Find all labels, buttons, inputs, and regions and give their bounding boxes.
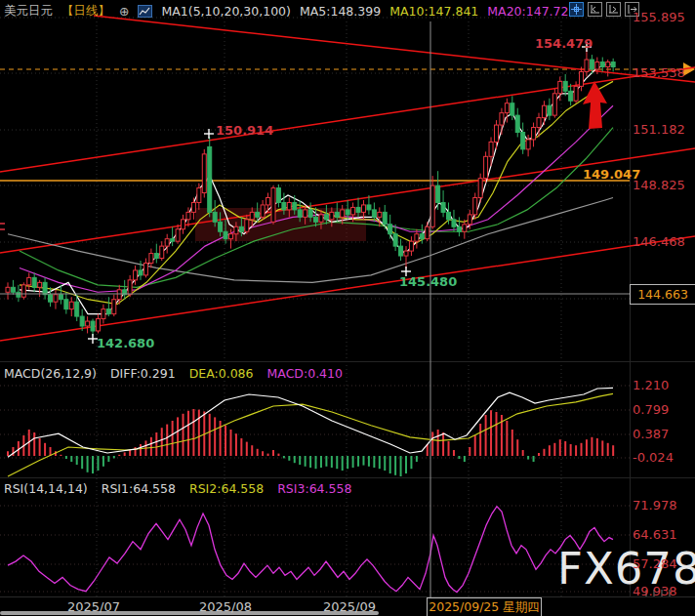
macd-axis-label: 1.210 [633,378,693,392]
plus-icon[interactable]: ⊕ [119,4,129,19]
x-axis-label: 2025/07 [55,599,133,614]
scale-left-icon[interactable] [588,2,602,17]
macd-axis-label: 0.799 [633,402,693,417]
toolbar [569,2,639,17]
ma-group-label: MA1(5,10,20,30,100) [161,4,290,19]
crosshair-date-label: 2025/09/25 星期四 [427,597,542,616]
ma5-value: MA5:148.399 [300,4,381,19]
price-axis-label: 155.895 [633,10,693,24]
crosshair-price-label: 144.663 [630,284,695,305]
price-annotation: 145.480 [399,274,457,289]
rsi-axis-label: 49.938 [633,584,693,598]
price-axis-label: 146.468 [633,234,693,249]
chart-canvas[interactable] [0,0,695,616]
price-annotation: 154.479 [535,36,593,51]
symbol-name: 美元日元 [4,3,53,20]
ma10-value: MA10:147.841 [389,4,478,19]
scale-right-icon[interactable] [606,2,621,17]
rsi-axis-label: 57.284 [633,556,693,571]
price-axis-label: 153.538 [633,65,693,80]
crosshair-tool-icon[interactable] [569,2,584,17]
macd-value: MACD:0.410 [267,366,343,381]
price-axis-label: 151.182 [633,122,693,137]
macd-title: MACD(26,12,9) [4,366,97,381]
x-axis-label: 2025/09 [310,599,388,614]
rsi3-value: RSI3:64.558 [277,481,351,496]
period-label: 【日线】 [61,3,110,20]
rsi-title: RSI(14,14,14) [4,481,88,496]
diff-value: DIFF:0.291 [110,366,176,381]
macd-legend: MACD(26,12,9) DIFF:0.291 DEA:0.086 MACD:… [4,366,343,381]
price-annotation: 142.680 [97,336,154,350]
ma20-value: MA20:147.722 [487,4,576,19]
rsi2-value: RSI2:64.558 [189,481,264,496]
price-axis-label: 148.825 [633,178,693,192]
rsi1-value: RSI1:64.558 [102,481,176,496]
dea-value: DEA:0.086 [189,366,254,381]
chart-window: 美元日元 【日线】 ⊕ MA1(5,10,20,30,100) MA5:148.… [0,0,695,616]
macd-axis-label: 0.387 [633,427,693,441]
main-legend: 美元日元 【日线】 ⊕ MA1(5,10,20,30,100) MA5:148.… [4,3,576,20]
rsi-axis-label: 64.631 [633,527,693,542]
macd-axis-label: -0.024 [633,450,693,465]
chart-type-icon[interactable] [138,5,152,18]
rsi-axis-label: 71.978 [633,498,693,513]
price-annotation: 149.047 [583,167,640,182]
x-axis-label: 2025/08 [186,599,265,614]
price-annotation: 150.914 [216,123,273,138]
rsi-legend: RSI(14,14,14) RSI1:64.558 RSI2:64.558 RS… [4,481,351,496]
